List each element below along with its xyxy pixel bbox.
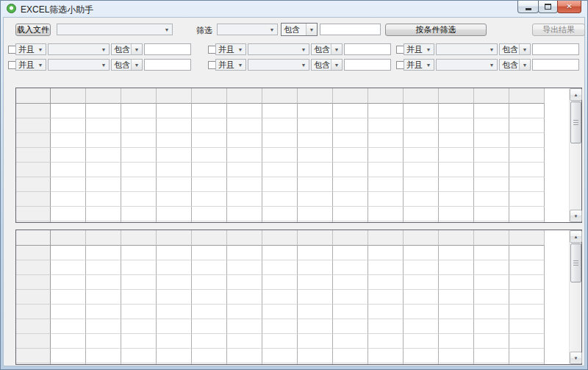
maximize-button[interactable] <box>538 1 558 13</box>
grid-cell[interactable] <box>333 275 368 290</box>
grid-cell[interactable] <box>86 148 121 163</box>
grid-cell[interactable] <box>192 260 227 275</box>
source-data-grid[interactable] <box>16 88 569 222</box>
grid-cell[interactable] <box>368 290 404 305</box>
grid-cell[interactable] <box>439 133 474 148</box>
grid-row-header[interactable] <box>16 221 51 222</box>
grid-cell[interactable] <box>439 349 474 363</box>
condition-keyword-input[interactable] <box>532 43 579 55</box>
grid-cell[interactable] <box>368 104 404 118</box>
match-combo[interactable]: 包含 ▼ <box>281 23 318 36</box>
grid-column-header[interactable] <box>51 230 86 246</box>
grid-row-header[interactable] <box>16 133 51 148</box>
grid-cell[interactable] <box>51 290 86 305</box>
match-combo[interactable]: 包含▼ <box>111 59 143 71</box>
grid-cell[interactable] <box>86 334 121 349</box>
grid-cell[interactable] <box>404 334 439 349</box>
grid-cell[interactable] <box>227 207 262 221</box>
grid-cell[interactable] <box>51 207 86 221</box>
grid-cell[interactable] <box>262 290 298 305</box>
grid-cell[interactable] <box>192 207 227 221</box>
grid-cell[interactable] <box>298 334 333 349</box>
grid-cell[interactable] <box>121 260 157 275</box>
grid-cell[interactable] <box>121 363 157 364</box>
grid-cell[interactable] <box>439 177 474 192</box>
grid-cell[interactable] <box>404 163 439 177</box>
grid-cell[interactable] <box>368 118 404 133</box>
grid-cell[interactable] <box>404 246 439 260</box>
grid-column-header[interactable] <box>333 88 368 104</box>
grid-cell[interactable] <box>439 221 474 222</box>
grid-cell[interactable] <box>192 177 227 192</box>
grid-cell[interactable] <box>404 104 439 118</box>
grid-cell[interactable] <box>368 177 404 192</box>
grid-cell[interactable] <box>509 319 545 334</box>
grid-cell[interactable] <box>121 163 157 177</box>
grid-cell[interactable] <box>192 118 227 133</box>
grid-cell[interactable] <box>474 104 509 118</box>
grid-cell[interactable] <box>333 104 368 118</box>
grid-cell[interactable] <box>51 319 86 334</box>
grid-cell[interactable] <box>192 163 227 177</box>
file-combo[interactable]: ▼ <box>57 24 173 35</box>
grid-cell[interactable] <box>474 275 509 290</box>
grid-cell[interactable] <box>509 334 545 349</box>
grid-cell[interactable] <box>51 260 86 275</box>
grid-row-header[interactable] <box>16 290 51 305</box>
grid-cell[interactable] <box>227 334 262 349</box>
grid-cell[interactable] <box>368 192 404 207</box>
grid-cell[interactable] <box>192 334 227 349</box>
grid-cell[interactable] <box>227 133 262 148</box>
grid-cell[interactable] <box>86 207 121 221</box>
grid-cell[interactable] <box>298 363 333 364</box>
grid-cell[interactable] <box>298 349 333 363</box>
grid-column-header[interactable] <box>157 88 192 104</box>
grid-column-header[interactable] <box>227 230 262 246</box>
scroll-down-button[interactable]: ▼ <box>570 352 582 364</box>
grid-cell[interactable] <box>509 192 545 207</box>
grid-column-header[interactable] <box>192 230 227 246</box>
titlebar[interactable]: EXCEL筛选小助手 ✕ <box>1 1 587 17</box>
grid-cell[interactable] <box>157 118 192 133</box>
grid-cell[interactable] <box>86 133 121 148</box>
grid-cell[interactable] <box>298 221 333 222</box>
grid-cell[interactable] <box>509 133 545 148</box>
grid-cell[interactable] <box>227 305 262 319</box>
grid-cell[interactable] <box>192 148 227 163</box>
grid-cell[interactable] <box>404 349 439 363</box>
grid-row-header[interactable] <box>16 260 51 275</box>
grid-cell[interactable] <box>298 305 333 319</box>
grid-cell[interactable] <box>227 148 262 163</box>
grid-cell[interactable] <box>51 104 86 118</box>
grid-row-header[interactable] <box>16 192 51 207</box>
grid-cell[interactable] <box>474 319 509 334</box>
match-combo[interactable]: 包含▼ <box>311 59 343 71</box>
grid-cell[interactable] <box>121 334 157 349</box>
grid-cell[interactable] <box>262 163 298 177</box>
grid-cell[interactable] <box>298 275 333 290</box>
grid-row-header[interactable] <box>16 177 51 192</box>
grid-row-header[interactable] <box>16 363 51 364</box>
grid-cell[interactable] <box>227 319 262 334</box>
grid-cell[interactable] <box>474 177 509 192</box>
grid-row-header[interactable] <box>16 275 51 290</box>
grid-row-header[interactable] <box>16 148 51 163</box>
grid-cell[interactable] <box>262 246 298 260</box>
grid-column-header[interactable] <box>474 88 509 104</box>
grid-column-header[interactable] <box>509 230 545 246</box>
column-combo[interactable]: ▼ <box>248 59 309 71</box>
grid-cell[interactable] <box>192 133 227 148</box>
grid-cell[interactable] <box>368 148 404 163</box>
grid-column-header[interactable] <box>121 230 157 246</box>
grid-column-header[interactable] <box>298 88 333 104</box>
grid-cell[interactable] <box>404 290 439 305</box>
grid-cell[interactable] <box>509 118 545 133</box>
grid-row-header[interactable] <box>16 163 51 177</box>
grid-cell[interactable] <box>86 319 121 334</box>
grid-cell[interactable] <box>333 334 368 349</box>
grid-cell[interactable] <box>298 118 333 133</box>
scroll-up-button[interactable]: ▲ <box>570 230 582 243</box>
grid-cell[interactable] <box>192 246 227 260</box>
grid-cell[interactable] <box>368 246 404 260</box>
grid-cell[interactable] <box>51 246 86 260</box>
